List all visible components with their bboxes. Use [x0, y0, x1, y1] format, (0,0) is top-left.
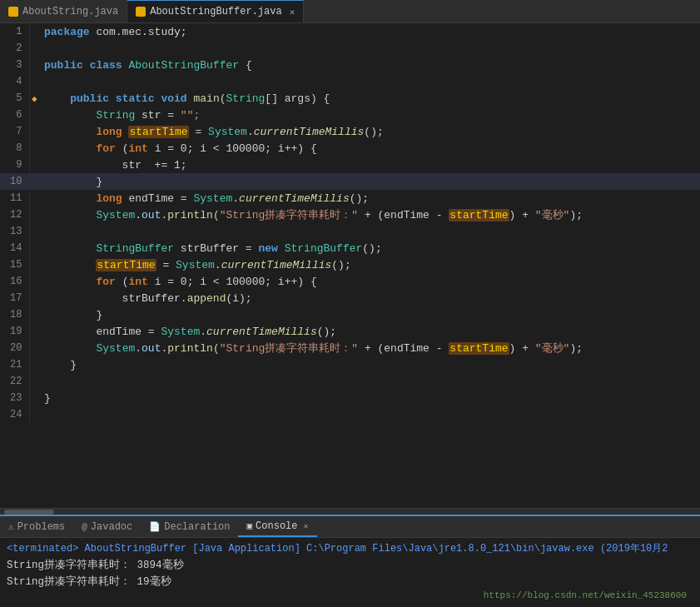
console-header: <terminated> AboutStringBuffer [Java App…	[7, 541, 693, 557]
code-token: StringBuffer	[96, 242, 174, 255]
line-number: 14	[0, 240, 29, 256]
line-content: for (int i = 0; i < 100000; i++) {	[39, 140, 700, 157]
tab-about-string[interactable]: AboutString.java	[0, 0, 127, 22]
tab-close-button[interactable]: ✕	[290, 7, 295, 17]
line-number: 24	[0, 406, 29, 423]
line-marker	[29, 273, 39, 290]
code-token: }	[44, 359, 77, 371]
code-token	[44, 92, 70, 105]
code-token: strBuffer.	[44, 292, 187, 305]
code-token: [] args) {	[265, 92, 330, 105]
code-token: .	[232, 192, 239, 205]
line-number: 4	[0, 73, 29, 90]
line-content: StringBuffer strBuffer = new StringBuffe…	[39, 240, 700, 256]
java-icon-2	[136, 7, 146, 17]
console-output-line-2: String拼凑字符串耗时： 19毫秒	[7, 574, 693, 590]
code-token: class	[90, 59, 122, 72]
code-token: System	[193, 192, 232, 205]
line-marker	[29, 206, 39, 223]
code-token: System	[96, 342, 135, 355]
code-token: .	[215, 259, 221, 271]
code-token: .	[135, 209, 141, 221]
line-marker	[29, 223, 39, 240]
panel-tab-declaration[interactable]: 📄 Declaration	[141, 516, 238, 537]
code-token: }	[44, 176, 102, 188]
code-token: ();	[317, 326, 336, 338]
code-token: currentTimeMillis	[239, 192, 350, 205]
code-token: out	[141, 209, 161, 221]
line-number: 7	[0, 123, 29, 140]
code-token: "毫秒"	[535, 342, 570, 355]
line-content	[39, 40, 700, 57]
tab-about-string-buffer[interactable]: AboutStringBuffer.java ✕	[127, 0, 304, 22]
code-token	[83, 59, 90, 72]
scroll-thumb[interactable]	[4, 510, 54, 515]
line-marker	[29, 256, 39, 273]
code-token: String	[226, 92, 266, 105]
console-watermark: https://blog.csdn.net/weixin_45238600	[7, 589, 693, 604]
code-scroll[interactable]: 1package com.mec.study;2 3public class A…	[0, 23, 700, 508]
line-marker	[29, 157, 39, 173]
code-token: currentTimeMillis	[221, 259, 332, 271]
code-token	[44, 192, 96, 205]
line-marker	[29, 240, 39, 256]
line-content: public class AboutStringBuffer {	[39, 57, 700, 73]
console-close[interactable]: ✕	[304, 521, 309, 531]
horizontal-scrollbar[interactable]	[0, 508, 700, 515]
line-marker	[29, 23, 39, 40]
code-token	[44, 209, 96, 221]
code-token: =	[189, 126, 208, 138]
code-token: for	[96, 142, 115, 155]
line-marker	[29, 73, 39, 90]
line-content: }	[39, 390, 700, 406]
line-marker	[29, 323, 39, 340]
line-number: 8	[0, 140, 29, 157]
line-marker	[29, 123, 39, 140]
code-token: "String拼凑字符串耗时："	[220, 209, 358, 221]
line-content: package com.mec.study;	[39, 23, 700, 40]
line-number: 3	[0, 57, 29, 73]
code-token: (	[220, 92, 226, 105]
line-number: 18	[0, 306, 29, 323]
line-marker: ◆	[29, 90, 39, 107]
java-icon-1	[8, 7, 18, 17]
code-token: endTime =	[44, 326, 161, 338]
highlight-var: startTime	[449, 342, 509, 355]
declaration-icon: 📄	[149, 521, 161, 532]
line-content: public static void main(String[] args) {	[39, 90, 700, 107]
line-content: }	[39, 306, 700, 323]
line-content: System.out.println("String拼凑字符串耗时：" + (e…	[39, 340, 700, 356]
line-marker	[29, 173, 39, 190]
panel-tab-javadoc[interactable]: @ Javadoc	[73, 516, 141, 537]
line-number: 11	[0, 190, 29, 206]
code-token: {	[239, 59, 252, 72]
line-marker	[29, 373, 39, 390]
highlight-var: startTime	[96, 259, 156, 271]
code-token	[44, 109, 96, 122]
panel-tab-problems-label: Problems	[17, 521, 66, 533]
code-token: str =	[135, 109, 181, 122]
code-token: );	[569, 209, 583, 221]
code-token: ) +	[509, 209, 535, 221]
line-content: str += 1;	[39, 157, 700, 173]
code-token: new	[258, 242, 277, 255]
panel-tab-console[interactable]: ▣ Console ✕	[238, 516, 316, 537]
code-token: str += 1;	[44, 159, 187, 172]
line-marker	[29, 356, 39, 373]
code-token: ();	[362, 242, 381, 255]
code-token: int	[128, 142, 147, 155]
code-token: + (endTime -	[358, 342, 449, 355]
highlight-var: startTime	[449, 209, 509, 221]
line-content: long startTime = System.currentTimeMilli…	[39, 123, 700, 140]
console-content: <terminated> AboutStringBuffer [Java App…	[0, 538, 700, 607]
code-token	[44, 242, 96, 255]
code-token: }	[44, 309, 102, 321]
line-marker	[29, 140, 39, 157]
line-number: 15	[0, 256, 29, 273]
javadoc-icon: @	[82, 522, 87, 532]
code-token: (i);	[226, 292, 251, 305]
line-number: 1	[0, 23, 29, 40]
code-token: (	[213, 209, 220, 221]
panel-tab-problems[interactable]: ⚠ Problems	[0, 516, 73, 537]
code-token	[44, 259, 96, 271]
